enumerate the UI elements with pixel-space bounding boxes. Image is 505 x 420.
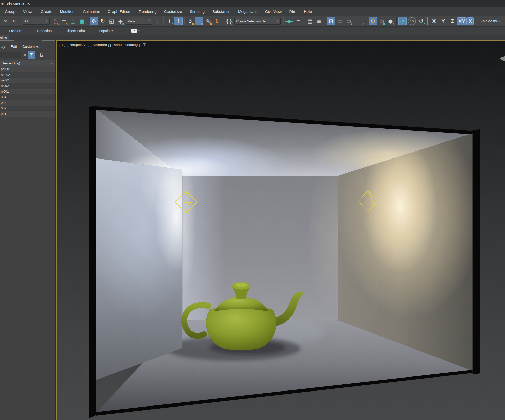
tab-populate[interactable]: Populate	[99, 29, 121, 33]
toggle-ribbon-icon[interactable]: ⊞	[327, 17, 335, 25]
toolbar-separator	[184, 17, 185, 25]
material-editor-icon[interactable]: ∷×	[357, 17, 365, 25]
mirror-icon[interactable]: ◄►	[285, 17, 293, 25]
menu-civil-view[interactable]: Civil View	[261, 9, 286, 14]
use-pivot-point-center-icon[interactable]: ‖+	[153, 17, 162, 25]
edit-named-selection-sets-icon[interactable]: {}╱	[225, 17, 233, 25]
select-by-name-icon[interactable]: ≡↖	[60, 17, 68, 25]
toolbar-separator	[304, 17, 304, 25]
select-and-link-icon[interactable]: ∞	[1, 17, 9, 25]
menu-megascans[interactable]: Megascans	[234, 9, 261, 14]
chevron-down-icon: ▾	[138, 30, 140, 32]
axis-snap-x[interactable]: X∩	[467, 17, 474, 25]
viewport-label-bar[interactable]: [ + ] [ Perspective ] [ Standard ] [ Def…	[59, 43, 147, 47]
named-selection-sets-dropdown[interactable]: Create Selection Set▼	[234, 18, 281, 25]
tab-freeform[interactable]: Freeform	[9, 29, 32, 33]
menu-group[interactable]: Group	[1, 9, 19, 14]
list-item[interactable]: 002	[0, 106, 55, 111]
menu-customize[interactable]: Customize	[160, 9, 186, 14]
lock-button[interactable]	[38, 51, 45, 59]
list-item[interactable]: pot001	[0, 66, 55, 72]
menu-rendering[interactable]: Rendering	[135, 9, 160, 14]
select-object-icon[interactable]: ▯↖	[51, 17, 59, 25]
angle-snap-toggle-icon[interactable]: ∟∩	[195, 17, 203, 25]
snap-toggle-3d-icon[interactable]: 3∩	[186, 17, 194, 25]
toolbar-separator	[355, 17, 355, 25]
menu-scripting[interactable]: Scripting	[186, 9, 208, 14]
axis-constraint-y[interactable]: Y	[439, 17, 447, 25]
cornell-box[interactable]	[87, 109, 480, 413]
clear-search-icon[interactable]: ×	[23, 53, 26, 57]
explorer-menu-customize[interactable]: Customize	[22, 45, 39, 49]
autobackup-time-toggle-icon[interactable]: ◔	[398, 17, 407, 25]
list-item[interactable]: ne002	[0, 72, 55, 78]
list-item[interactable]: 001	[0, 111, 55, 117]
explorer-menu-lay[interactable]: lay	[1, 45, 5, 49]
window-title: sk 3ds Max 2025	[1, 2, 30, 6]
tab-selection[interactable]: Selection	[37, 29, 60, 33]
tab-object-paint[interactable]: Object Paint	[65, 29, 93, 33]
viewport-filter-icon[interactable]	[143, 43, 147, 47]
menu-bar: GroupViewsCreateModifiersAnimationGraph …	[0, 7, 505, 16]
perspective-viewport[interactable]: [ + ] [ Perspective ] [ Standard ] [ Def…	[56, 40, 505, 420]
menu-substance[interactable]: Substance	[208, 9, 234, 14]
select-and-manipulate-icon[interactable]: +•	[165, 17, 174, 25]
render-setup-icon[interactable]: ⚙	[369, 17, 377, 25]
toolbar-separator	[283, 17, 284, 25]
curve-editor-icon[interactable]: ▭~	[336, 17, 344, 25]
ribbon-minimize-button[interactable]: ▾ ▾	[131, 29, 140, 33]
rendered-frame-window-icon[interactable]: ▭●	[377, 17, 386, 25]
panel-overflow-chevrons[interactable]: »	[51, 50, 53, 54]
menu-help[interactable]: Help	[300, 9, 316, 14]
render-production-icon[interactable]: ●ϟ	[386, 17, 395, 25]
filter-button[interactable]	[28, 51, 35, 59]
list-item[interactable]: ni001	[0, 89, 55, 94]
box-frame-left-pillar	[89, 106, 96, 418]
menu-modifiers[interactable]: Modifiers	[56, 9, 79, 14]
toolbar-separator	[20, 17, 20, 25]
sort-dropdown[interactable]: Descending) ▼	[0, 60, 55, 66]
viewport-label[interactable]: [ + ] [ Perspective ] [ Standard ] [ Def…	[59, 43, 140, 47]
toggle-scene-explorer-icon[interactable]: ▤	[306, 17, 314, 25]
menu-views[interactable]: Views	[19, 9, 37, 14]
ribbon-panel-modeling-fragment[interactable]: eling	[0, 35, 9, 40]
spinner-snap-toggle-icon[interactable]: ⇅	[213, 17, 221, 25]
schematic-view-icon[interactable]: ▭↧	[345, 17, 353, 25]
chevron-down-icon: ▼	[46, 20, 48, 22]
magnet-icon: ∩	[471, 21, 473, 24]
main-toolbar: ∞≈All▼▯↖≡↖▢▣↔↕↻◱▢◉∩View▼‖++•↑3∩∟∩%∩⇅{}╱C…	[0, 16, 505, 27]
list-item[interactable]: ne001	[0, 78, 55, 83]
menu-graph-editors[interactable]: Graph Editors	[104, 9, 135, 14]
toolbar-separator	[163, 17, 164, 25]
axis-constraint-x[interactable]: X	[430, 17, 438, 25]
list-item[interactable]: 004	[0, 94, 55, 100]
reference-coordinate-system-dropdown[interactable]: View▼	[126, 18, 152, 25]
select-and-place-icon[interactable]: ◉∩	[116, 17, 125, 25]
axis-constraint-xy[interactable]: XY	[457, 17, 467, 25]
align-icon[interactable]: ≡┆	[294, 17, 302, 25]
window-crossing-toggle-icon[interactable]: ▣	[78, 17, 86, 25]
select-and-scale-icon[interactable]: ◱▢	[107, 17, 116, 25]
menu-create[interactable]: Create	[37, 9, 56, 14]
time-configuration-icon[interactable]: ↺◔	[417, 17, 425, 25]
axis-constraint-z[interactable]: Z	[448, 17, 457, 25]
rectangular-selection-region-icon[interactable]: ▢	[69, 17, 77, 25]
select-and-move-icon[interactable]: ↔↕	[90, 17, 98, 25]
search-input[interactable]	[0, 52, 21, 58]
3dsmax-window: sk 3ds Max 2025 GroupViewsCreateModifier…	[0, 0, 505, 420]
keyboard-override-toggle-icon[interactable]: ↑	[174, 17, 183, 25]
scene-explorer-menubar: layEditCustomize	[0, 41, 55, 50]
menu-animation[interactable]: Animation	[79, 9, 104, 14]
menu-dim[interactable]: DIm	[285, 9, 300, 14]
undo-levels-badge[interactable]: 10	[408, 17, 416, 25]
selection-filter-dropdown[interactable]: All▼	[23, 18, 50, 25]
list-item[interactable]: 003	[0, 100, 55, 106]
explorer-menu-edit[interactable]: Edit	[11, 45, 17, 49]
select-and-rotate-icon[interactable]: ↻	[99, 17, 107, 25]
bind-to-space-warp-icon[interactable]: ≈	[10, 17, 18, 25]
percent-snap-toggle-icon[interactable]: %∩	[204, 17, 212, 25]
list-item[interactable]: ni002	[0, 83, 55, 89]
divider	[37, 52, 37, 58]
toggle-layer-explorer-icon[interactable]: ≣	[315, 17, 323, 25]
ribbon-minimize-icon: ▾	[131, 29, 137, 33]
